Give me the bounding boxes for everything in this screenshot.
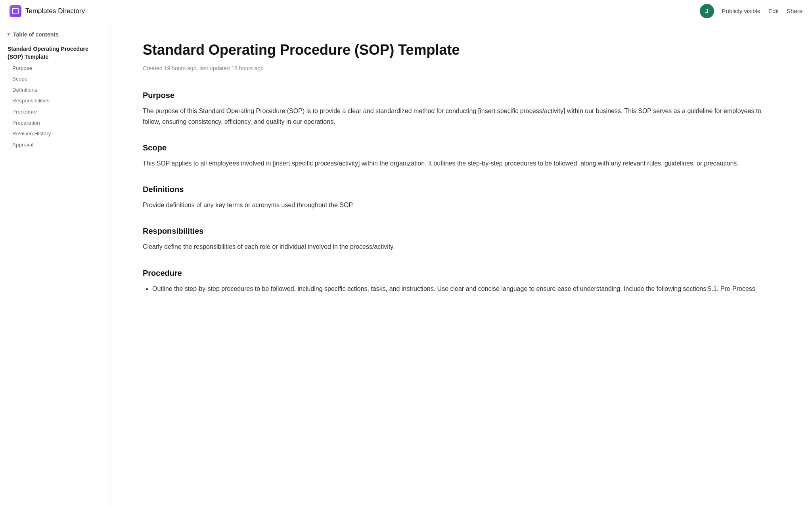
app-icon-inner (12, 8, 19, 14)
section-purpose: PurposeThe purpose of this Standard Oper… (143, 89, 780, 127)
toc-sub-item[interactable]: Preparation (0, 117, 111, 129)
header-left: Templates Directory (10, 5, 85, 17)
toc-sub-item[interactable]: Scope (0, 73, 111, 85)
list-item: Outline the step-by-step procedures to b… (152, 283, 780, 294)
edit-button[interactable]: Edit (768, 6, 779, 16)
main-content: Standard Operating Procedure (SOP) Templ… (111, 22, 812, 506)
chevron-down-icon: ▼ (6, 31, 11, 38)
app-icon[interactable] (10, 5, 21, 17)
section-heading-responsibilities: Responsibilities (143, 225, 780, 237)
header-right: J Publicly visible Edit Share (700, 4, 802, 18)
section-heading-scope: Scope (143, 141, 780, 154)
publicly-visible-label[interactable]: Publicly visible (722, 6, 761, 16)
section-heading-definitions: Definitions (143, 183, 780, 196)
toc-sub-item[interactable]: Responsibilities (0, 95, 111, 106)
section-scope: ScopeThis SOP applies to all employees i… (143, 141, 780, 169)
toc-sub-items: PurposeScopeDefinitionsResponsibilitiesP… (0, 63, 111, 150)
toc-sub-item[interactable]: Procedure (0, 106, 111, 117)
section-body-definitions: Provide definitions of any key terms or … (143, 200, 780, 210)
doc-title: Standard Operating Procedure (SOP) Templ… (143, 41, 780, 58)
toc-sub-item[interactable]: Approval (0, 139, 111, 150)
section-responsibilities: ResponsibilitiesClearly define the respo… (143, 225, 780, 252)
section-heading-purpose: Purpose (143, 89, 780, 102)
toc-label: Table of contents (13, 30, 59, 39)
toc-sub-item[interactable]: Definitions (0, 85, 111, 96)
toc-sub-item[interactable]: Purpose (0, 63, 111, 74)
sidebar: ▼ Table of contents Standard Operating P… (0, 22, 111, 506)
section-heading-procedure: Procedure (143, 267, 780, 279)
sections-container: PurposeThe purpose of this Standard Oper… (143, 89, 780, 294)
share-button[interactable]: Share (787, 6, 802, 16)
header: Templates Directory J Publicly visible E… (0, 0, 812, 22)
doc-meta: Created 19 hours ago, last updated 18 ho… (143, 64, 780, 73)
layout: ▼ Table of contents Standard Operating P… (0, 22, 812, 506)
section-body-purpose: The purpose of this Standard Operating P… (143, 106, 780, 127)
section-body-scope: This SOP applies to all employees involv… (143, 158, 780, 169)
toc-main-item[interactable]: Standard Operating Procedure (SOP) Templ… (0, 44, 111, 62)
procedure-list: Outline the step-by-step procedures to b… (143, 283, 780, 294)
section-body-responsibilities: Clearly define the responsibilities of e… (143, 241, 780, 252)
toc-header[interactable]: ▼ Table of contents (0, 30, 111, 44)
app-title[interactable]: Templates Directory (25, 6, 85, 16)
section-procedure: ProcedureOutline the step-by-step proced… (143, 267, 780, 294)
toc-sub-item[interactable]: Revision History (0, 128, 111, 139)
avatar[interactable]: J (700, 4, 714, 18)
section-definitions: DefinitionsProvide definitions of any ke… (143, 183, 780, 210)
